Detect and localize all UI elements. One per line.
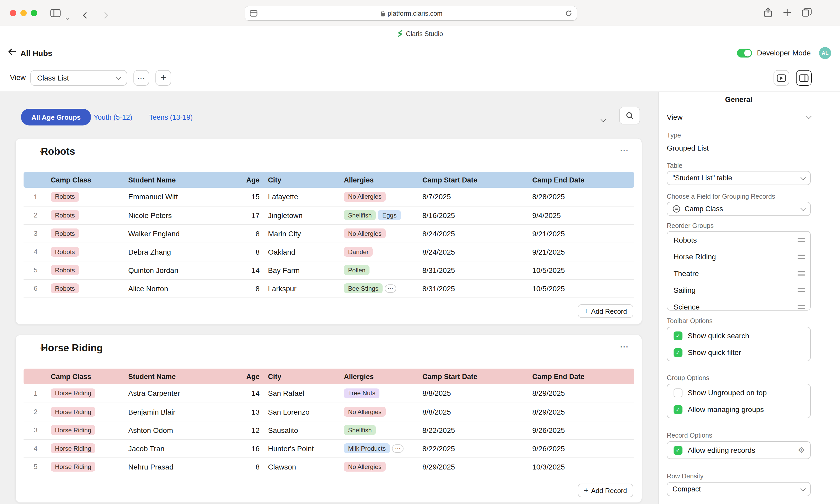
row-number: 2 xyxy=(23,206,48,224)
checkbox[interactable] xyxy=(673,446,683,455)
allergies-cell: Bee Stings xyxy=(341,279,419,298)
table-row[interactable]: 1RobotsEmmanuel Witt15LafayetteNo Allerg… xyxy=(23,188,634,206)
table-selector[interactable]: "Student List" table xyxy=(667,171,811,185)
camp-class-badge: Horse Riding xyxy=(51,407,96,417)
table-row[interactable]: 4Horse RidingJacob Tran16Hunter's PointM… xyxy=(23,439,634,457)
drag-handle-icon[interactable] xyxy=(798,305,805,309)
minimize-window-button[interactable] xyxy=(20,10,27,16)
browser-back-icon[interactable] xyxy=(84,11,88,20)
table-row[interactable]: 6RobotsAlice Norton8LarkspurBee Stings8/… xyxy=(23,279,634,298)
row-density-selector[interactable]: Compact xyxy=(667,482,811,496)
collapse-all-chevron-icon[interactable] xyxy=(601,114,605,123)
city-cell: Oakland xyxy=(265,242,341,261)
grouping-field-icon xyxy=(672,205,680,213)
allergies-cell: No Allergies xyxy=(341,457,419,476)
camp-class-cell: Robots xyxy=(48,242,125,261)
add-record-button[interactable]: Add Record xyxy=(578,484,633,497)
checkbox[interactable] xyxy=(673,348,683,357)
camp-class-cell: Horse Riding xyxy=(48,439,125,457)
col-allergies: Allergies xyxy=(341,368,419,384)
city-cell: San Lorenzo xyxy=(265,402,341,421)
preview-button[interactable] xyxy=(773,70,789,86)
reorder-group-row[interactable]: Robots xyxy=(667,232,810,248)
row-number: 5 xyxy=(23,261,48,279)
browser-sidebar-toggle-icon[interactable] xyxy=(50,9,61,17)
close-window-button[interactable] xyxy=(10,10,16,16)
refresh-icon[interactable] xyxy=(565,10,572,17)
share-icon[interactable] xyxy=(764,7,772,18)
quick-search-button[interactable] xyxy=(619,107,640,124)
tab-overview-icon[interactable] xyxy=(802,8,812,17)
view-selector[interactable]: Class List xyxy=(30,70,127,86)
view-section-header[interactable]: View xyxy=(667,113,811,121)
allergies-cell: No Allergies xyxy=(341,402,419,421)
age-cell: 14 xyxy=(241,384,265,402)
reorder-group-row[interactable]: Theatre xyxy=(667,265,810,282)
allergy-badge: No Allergies xyxy=(344,407,386,417)
allergy-badge: Pollen xyxy=(344,265,370,275)
settings-panel-toggle-button[interactable] xyxy=(796,70,812,86)
view-options-button[interactable] xyxy=(134,70,149,86)
page-settings-icon[interactable] xyxy=(250,10,257,17)
table-row[interactable]: 3Horse RidingAshton Odom12SausalitoShell… xyxy=(23,421,634,439)
group-more-button[interactable] xyxy=(620,145,629,156)
camp-end-cell: 10/5/2025 xyxy=(529,279,634,298)
camp-class-badge: Horse Riding xyxy=(51,389,96,398)
drag-handle-icon[interactable] xyxy=(798,288,805,292)
student-name-cell: Benjamin Blair xyxy=(125,402,241,421)
sidebar-chevron-icon[interactable] xyxy=(66,12,69,21)
all-hubs-back[interactable]: All Hubs xyxy=(8,42,52,64)
reorder-group-row[interactable]: Sailing xyxy=(667,282,810,299)
grouping-field-selector[interactable]: Camp Class xyxy=(667,202,811,216)
add-view-button[interactable] xyxy=(155,70,171,86)
checkbox[interactable] xyxy=(673,388,683,397)
camp-class-cell: Robots xyxy=(48,224,125,242)
group-more-button[interactable] xyxy=(620,341,629,353)
avatar[interactable]: AL xyxy=(819,47,831,59)
gear-icon[interactable] xyxy=(798,446,805,455)
table-row[interactable]: 5Horse RidingNehru Prasad8ClawsonNo Alle… xyxy=(23,457,634,476)
developer-mode-toggle[interactable] xyxy=(737,48,752,57)
table-row[interactable]: 2RobotsNicole Peters17JingletownShellfis… xyxy=(23,206,634,224)
new-tab-icon[interactable] xyxy=(783,8,791,17)
table-row[interactable]: 5RobotsQuinton Jordan14Bay FarmPollen8/3… xyxy=(23,261,634,279)
back-arrow-icon[interactable] xyxy=(8,48,16,57)
row-number: 4 xyxy=(23,439,48,457)
col-city: City xyxy=(265,368,341,384)
camp-class-cell: Horse Riding xyxy=(48,402,125,421)
drag-handle-icon[interactable] xyxy=(798,255,805,259)
table-row[interactable]: 1Horse RidingAstra Carpenter14San Rafael… xyxy=(23,384,634,402)
checkbox[interactable] xyxy=(673,405,683,414)
more-allergies-button[interactable] xyxy=(385,284,396,293)
checkbox[interactable] xyxy=(673,331,683,340)
allergies-cell: Dander xyxy=(341,242,419,261)
row-number: 1 xyxy=(23,384,48,402)
table-row[interactable]: 2Horse RidingBenjamin Blair13San Lorenzo… xyxy=(23,402,634,421)
camp-start-cell: 8/31/2025 xyxy=(419,261,529,279)
camp-start-cell: 8/22/2025 xyxy=(419,439,529,457)
col-camp-class: Camp Class xyxy=(48,172,125,188)
address-bar[interactable]: platform.claris.com xyxy=(245,6,577,20)
camp-end-cell: 10/5/2025 xyxy=(529,261,634,279)
more-allergies-button[interactable] xyxy=(392,445,404,453)
option-row: Show quick search xyxy=(667,327,810,344)
reorder-group-row[interactable]: Horse Riding xyxy=(667,248,810,265)
col-camp-class: Camp Class xyxy=(48,368,125,384)
table-row[interactable]: 4RobotsDebra Zhang8OaklandDander8/24/202… xyxy=(23,242,634,261)
option-label: Show quick search xyxy=(688,331,749,340)
chevron-down-icon xyxy=(806,114,811,119)
reorder-group-row[interactable]: Science xyxy=(667,299,810,310)
all-hubs-label[interactable]: All Hubs xyxy=(20,48,52,57)
camp-start-cell: 8/8/2025 xyxy=(419,402,529,421)
tab-teens[interactable]: Teens (13-19) xyxy=(149,113,193,121)
zoom-window-button[interactable] xyxy=(31,10,37,16)
row-number: 3 xyxy=(23,421,48,439)
table-row[interactable]: 3RobotsWalker England8Marin CityNo Aller… xyxy=(23,224,634,242)
add-record-button[interactable]: Add Record xyxy=(578,304,633,318)
tab-youth[interactable]: Youth (5-12) xyxy=(94,113,133,121)
drag-handle-icon[interactable] xyxy=(798,271,805,275)
camp-class-badge: Horse Riding xyxy=(51,462,96,472)
option-row: Show quick filter xyxy=(667,344,810,361)
tab-all-age-groups[interactable]: All Age Groups xyxy=(21,109,91,125)
drag-handle-icon[interactable] xyxy=(798,238,805,242)
